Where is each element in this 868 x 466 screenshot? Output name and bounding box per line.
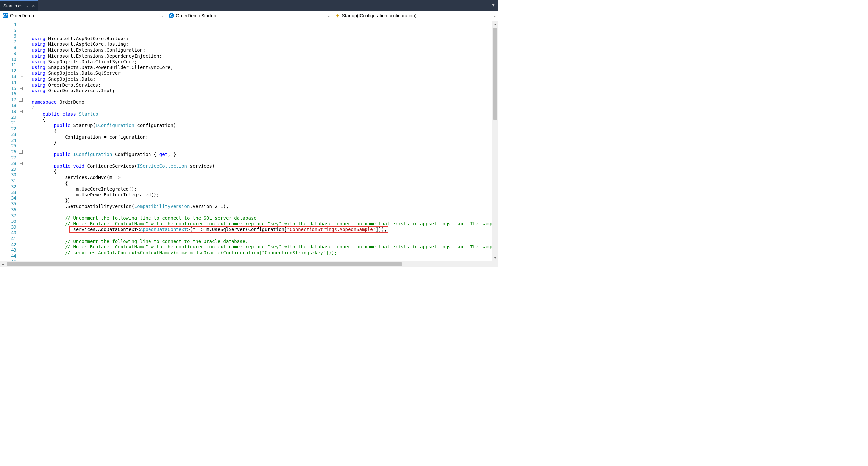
fold-cell	[19, 225, 30, 230]
close-icon[interactable]: ×	[32, 3, 35, 8]
fold-cell[interactable]: −	[19, 109, 30, 114]
line-number: 10	[0, 57, 17, 63]
code-line[interactable]: using Microsoft.Extensions.Configuration…	[30, 47, 492, 53]
chevron-down-icon: ⌄	[161, 14, 164, 18]
code-line[interactable]: {	[30, 128, 492, 134]
line-number: 13	[0, 74, 17, 80]
tabbar-overflow-icon[interactable]: ▾	[489, 0, 498, 10]
fold-cell[interactable]: −	[19, 86, 30, 92]
pin-icon[interactable]: ⊕	[25, 4, 28, 8]
line-number: 16	[0, 91, 17, 97]
line-number: 4	[0, 22, 17, 28]
line-number: 28	[0, 161, 17, 167]
code-line[interactable]: namespace OrderDemo	[30, 99, 492, 105]
code-line[interactable]: public Startup(IConfiguration configurat…	[30, 123, 492, 129]
code-line[interactable]: // Uncomment the following line to conne…	[30, 239, 492, 244]
code-line[interactable]: // Note: Replace "ContextName" with the …	[30, 221, 492, 227]
fold-toggle-icon[interactable]: −	[19, 162, 23, 165]
line-number: 8	[0, 45, 17, 51]
line-number: 15	[0, 86, 17, 92]
code-line[interactable]: {	[30, 181, 492, 187]
tab-title: Startup.cs	[3, 3, 23, 8]
line-number: 11	[0, 62, 17, 68]
line-number: 22	[0, 126, 17, 132]
code-line[interactable]: // services.AddDataContext<ContextName>(…	[30, 250, 492, 256]
code-line[interactable]: }	[30, 140, 492, 146]
code-line[interactable]: public void ConfigureServices(IServiceCo…	[30, 163, 492, 169]
fold-cell	[19, 28, 30, 34]
code-line[interactable]: m.UseCoreIntegrated();	[30, 186, 492, 192]
code-line[interactable]: {	[30, 117, 492, 123]
code-line[interactable]: services.AddDataContext<AppeonDataContex…	[30, 227, 492, 233]
code-line[interactable]: public IConfiguration Configuration { ge…	[30, 152, 492, 158]
line-number: 44	[0, 254, 17, 259]
code-line[interactable]: using SnapObjects.Data.SqlServer;	[30, 70, 492, 76]
line-number: 27	[0, 155, 17, 161]
code-line[interactable]: using SnapObjects.Data;	[30, 76, 492, 82]
code-line[interactable]	[30, 157, 492, 163]
fold-toggle-icon[interactable]: −	[19, 98, 23, 102]
code-line[interactable]	[30, 146, 492, 152]
code-line[interactable]: {	[30, 169, 492, 175]
nav-class-dropdown[interactable]: C OrderDemo.Startup ⌄	[166, 11, 332, 21]
code-line[interactable]: {	[30, 105, 492, 111]
code-line[interactable]	[30, 94, 492, 100]
line-number: 39	[0, 225, 17, 230]
line-number: 7	[0, 39, 17, 45]
code-line[interactable]: services.AddMvc(m =>	[30, 175, 492, 181]
code-line[interactable]: // Note: Replace "ContextName" with the …	[30, 244, 492, 250]
code-line[interactable]	[30, 210, 492, 215]
nav-member-dropdown[interactable]: ✦ Startup(IConfiguration configuration) …	[332, 11, 498, 21]
method-icon: ✦	[335, 13, 340, 19]
fold-cell	[19, 62, 30, 68]
fold-toggle-icon[interactable]: −	[19, 150, 23, 154]
fold-cell	[19, 51, 30, 57]
code-line[interactable]: m.UsePowerBuilderIntegrated();	[30, 192, 492, 198]
fold-gutter[interactable]: −−−−−	[19, 21, 30, 261]
scroll-up-arrow[interactable]: ▴	[492, 21, 498, 27]
fold-cell	[19, 39, 30, 45]
code-line[interactable]: Configuration = configuration;	[30, 134, 492, 140]
code-line[interactable]: using SnapObjects.Data.ClientSyncCore;	[30, 59, 492, 65]
fold-cell	[19, 143, 30, 149]
code-area[interactable]: using Microsoft.AspNetCore.Builder;using…	[30, 21, 492, 261]
code-line[interactable]: using OrderDemo.Services;	[30, 82, 492, 88]
scroll-thumb[interactable]	[7, 262, 402, 266]
fold-toggle-icon[interactable]: −	[19, 109, 23, 113]
file-tab-startup[interactable]: Startup.cs ⊕ ×	[0, 0, 38, 10]
code-line[interactable]: using Microsoft.Extensions.DependencyInj…	[30, 53, 492, 59]
code-line[interactable]: .SetCompatibilityVersion(CompatibilityVe…	[30, 204, 492, 210]
code-line[interactable]: public class Startup	[30, 111, 492, 117]
code-line[interactable]: })	[30, 198, 492, 204]
vertical-scrollbar[interactable]: ▴ ▾	[492, 21, 498, 261]
code-editor[interactable]: 4567891011121314151617181920212223242526…	[0, 21, 498, 261]
fold-cell[interactable]: −	[19, 161, 30, 167]
nav-class-text: OrderDemo.Startup	[176, 13, 216, 19]
code-line[interactable]: using Microsoft.AspNetCore.Builder;	[30, 36, 492, 42]
horizontal-scrollbar[interactable]: ◂ ▸	[0, 261, 498, 267]
code-line[interactable]: using SnapObjects.Data.PowerBuilder.Clie…	[30, 65, 492, 71]
code-line[interactable]: using Microsoft.AspNetCore.Hosting;	[30, 41, 492, 47]
code-line[interactable]: using OrderDemo.Services.Impl;	[30, 88, 492, 94]
scroll-down-arrow[interactable]: ▾	[492, 255, 498, 261]
fold-cell	[19, 103, 30, 109]
line-number-gutter: 4567891011121314151617181920212223242526…	[0, 21, 19, 261]
line-number: 25	[0, 143, 17, 149]
fold-toggle-icon[interactable]: −	[19, 87, 23, 90]
code-line[interactable]	[30, 256, 492, 261]
scroll-right-arrow[interactable]: ▸	[0, 261, 6, 267]
fold-cell[interactable]: −	[19, 149, 30, 155]
line-number: 24	[0, 138, 17, 143]
nav-project-dropdown[interactable]: C# OrderDemo ⌄	[0, 11, 166, 21]
line-number: 19	[0, 109, 17, 114]
scroll-thumb[interactable]	[493, 28, 497, 120]
fold-cell	[19, 196, 30, 201]
chevron-down-icon: ⌄	[327, 14, 330, 18]
code-line[interactable]	[30, 233, 492, 239]
fold-cell	[19, 247, 30, 254]
code-line[interactable]: // Uncomment the following line to conne…	[30, 215, 492, 221]
fold-cell	[19, 132, 30, 138]
line-number: 32	[0, 184, 17, 190]
fold-cell	[19, 178, 30, 184]
fold-cell[interactable]: −	[19, 97, 30, 103]
